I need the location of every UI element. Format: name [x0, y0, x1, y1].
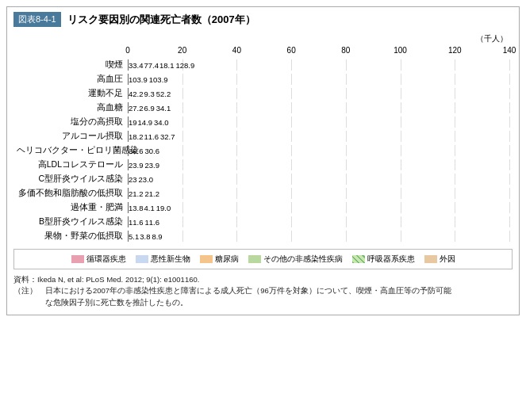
- bar-container-8: 2323.0: [128, 174, 509, 185]
- bar-row-0: 喫煙33.477.418.1128.9: [17, 59, 509, 71]
- segment-label-5-0: 18.2: [129, 132, 144, 141]
- note-source: 資料：Ikeda N, et al: PLoS Med. 2012; 9(1):…: [13, 274, 513, 285]
- legend-label-malignant: 悪性新生物: [151, 254, 190, 265]
- legend-color-malignant: [136, 255, 148, 263]
- segment-label-8-0: 23: [129, 175, 137, 184]
- legend-malignant: 悪性新生物: [136, 254, 190, 265]
- bar-container-12: 5.13.88.9: [128, 231, 509, 242]
- total-label-5: 32.7: [160, 132, 175, 141]
- tick-80: 80: [341, 46, 350, 55]
- legend-label-external: 外因: [440, 254, 455, 265]
- total-label-6: 30.6: [145, 147, 160, 155]
- bar-row-4: 塩分の高摂取1914.934.0: [17, 116, 509, 128]
- legend-label-other: その他の非感染性疾病: [263, 254, 343, 265]
- bar-container-0: 33.477.418.1128.9: [128, 59, 509, 71]
- segment-label-11-0: 11.6: [129, 218, 144, 227]
- segment-label-10-1: 4.1: [144, 204, 155, 212]
- total-label-3: 34.1: [156, 104, 171, 113]
- segment-label-0-2: 18.1: [159, 61, 175, 70]
- bar-label-5: アルコール摂取: [17, 131, 128, 142]
- bar-container-5: 18.211.632.7: [128, 131, 509, 142]
- figure-title: リスク要因別の関連死亡者数（2007年）: [67, 13, 255, 27]
- legend-other: その他の非感染性疾病: [248, 254, 343, 265]
- bar-row-8: C型肝炎ウイルス感染2323.0: [17, 173, 509, 185]
- segment-label-5-1: 11.6: [144, 132, 159, 141]
- tick-40: 40: [232, 46, 241, 55]
- bar-row-12: 果物・野菜の低摂取5.13.88.9: [17, 230, 509, 242]
- total-label-2: 52.2: [156, 90, 171, 98]
- bars-area: 喫煙33.477.418.1128.9高血圧103.9103.9運動不足42.2…: [17, 59, 509, 244]
- bar-container-7: 23.923.9: [128, 159, 509, 170]
- legend-color-cardiovascular: [71, 255, 84, 263]
- bar-label-6: ヘリコバクター・ピロリ菌感染: [17, 145, 128, 156]
- bar-label-0: 喫煙: [17, 59, 128, 71]
- bar-row-7: 高LDLコレステロール23.923.9: [17, 158, 509, 171]
- legend-color-diabetes: [200, 255, 213, 263]
- legend-diabetes: 糖尿病: [200, 254, 239, 265]
- segment-label-10-0: 13.8: [129, 204, 144, 212]
- segment-label-6-0: 30.6: [129, 147, 144, 155]
- bar-label-10: 過体重・肥満: [17, 202, 128, 213]
- total-label-7: 23.9: [145, 161, 160, 170]
- total-label-0: 128.9: [176, 61, 195, 70]
- bar-container-3: 27.26.934.1: [128, 102, 509, 113]
- axis-row: 0 20 40 60 80 100 120 140: [128, 46, 509, 57]
- total-label-1: 103.9: [149, 75, 168, 84]
- segment-label-2-0: 42.2: [129, 90, 144, 98]
- bar-row-1: 高血圧103.9103.9: [17, 73, 509, 86]
- bar-label-12: 果物・野菜の低摂取: [17, 231, 128, 242]
- bar-row-10: 過体重・肥満13.84.119.0: [17, 201, 509, 214]
- figure-label: 図表8-4-1: [13, 12, 61, 27]
- legend-color-respiratory: [352, 255, 365, 263]
- notes-area: 資料：Ikeda N, et al: PLoS Med. 2012; 9(1):…: [13, 274, 513, 308]
- tick-100: 100: [394, 46, 407, 55]
- total-label-4: 34.0: [154, 118, 169, 127]
- total-label-12: 8.9: [152, 232, 162, 241]
- title-bar: 図表8-4-1 リスク要因別の関連死亡者数（2007年）: [13, 12, 513, 27]
- tick-120: 120: [448, 46, 462, 55]
- bar-row-11: B型肝炎ウイルス感染11.611.6: [17, 216, 509, 228]
- segment-label-12-1: 3.8: [140, 232, 150, 241]
- bar-label-2: 運動不足: [17, 88, 128, 99]
- bar-row-6: ヘリコバクター・ピロリ菌感染30.630.6: [17, 144, 509, 157]
- segment-label-7-0: 23.9: [129, 161, 144, 170]
- bar-container-1: 103.9103.9: [128, 74, 509, 85]
- tick-140: 140: [503, 46, 516, 55]
- bar-row-3: 高血糖27.26.934.1: [17, 101, 509, 114]
- bar-label-11: B型肝炎ウイルス感染: [17, 216, 128, 227]
- segment-label-12-0: 5.1: [129, 232, 139, 241]
- bar-row-2: 運動不足42.29.352.2: [17, 87, 509, 100]
- tick-0: 0: [125, 46, 130, 55]
- legend-color-external: [424, 255, 437, 263]
- bar-container-6: 30.630.6: [128, 145, 509, 156]
- bar-container-9: 21.221.2: [128, 188, 509, 199]
- tick-20: 20: [178, 46, 186, 55]
- chart-container: 図表8-4-1 リスク要因別の関連死亡者数（2007年） （千人） 0 20 4…: [6, 6, 520, 315]
- segment-label-1-0: 103.9: [129, 75, 148, 84]
- chart-area: （千人） 0 20 40 60 80 100 120 140 喫煙33.477.…: [13, 33, 513, 244]
- segment-label-0-1: 77.4: [144, 61, 159, 70]
- legend-color-other: [248, 255, 261, 263]
- segment-label-3-0: 27.2: [129, 104, 144, 113]
- bar-label-8: C型肝炎ウイルス感染: [17, 174, 128, 185]
- bar-container-11: 11.611.6: [128, 216, 509, 227]
- tick-60: 60: [287, 46, 296, 55]
- total-label-10: 19.0: [156, 204, 171, 212]
- segment-label-9-0: 21.2: [129, 189, 144, 198]
- legend-area: 循環器疾患 悪性新生物 糖尿病 その他の非感染性疾病 呼吸器系疾患 外因: [13, 249, 513, 269]
- legend-label-diabetes: 糖尿病: [215, 254, 239, 265]
- segment-label-0-0: 33.4: [129, 61, 144, 70]
- bar-label-4: 塩分の高摂取: [17, 116, 128, 128]
- legend-cardiovascular: 循環器疾患: [71, 254, 126, 265]
- bar-row-9: 多価不飽和脂肪酸の低摂取21.221.2: [17, 187, 509, 200]
- segment-label-3-1: 6.9: [144, 104, 155, 113]
- bar-container-10: 13.84.119.0: [128, 202, 509, 213]
- segment-label-2-1: 9.3: [144, 90, 155, 98]
- segment-label-4-1: 14.9: [138, 118, 153, 127]
- bar-container-4: 1914.934.0: [128, 116, 509, 128]
- total-label-8: 23.0: [139, 175, 154, 184]
- bar-label-3: 高血糖: [17, 102, 128, 113]
- segment-label-4-0: 19: [129, 118, 137, 127]
- bar-label-7: 高LDLコレステロール: [17, 159, 128, 170]
- legend-external: 外因: [424, 254, 455, 265]
